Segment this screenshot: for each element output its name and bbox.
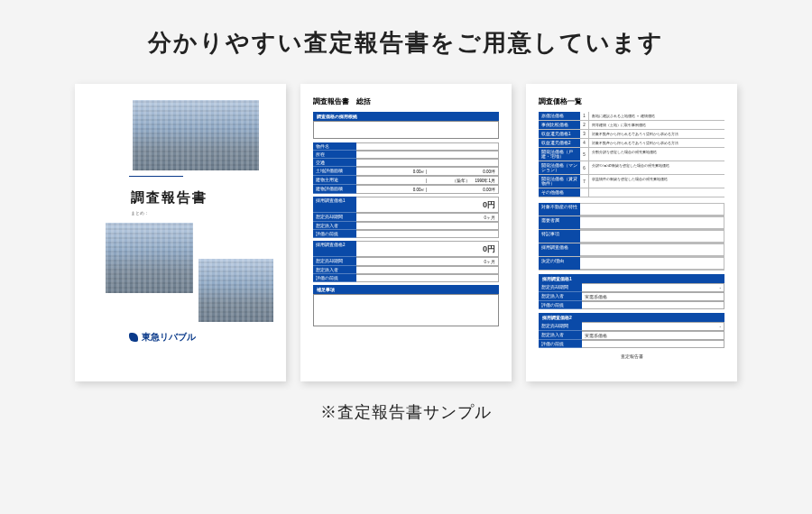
doc-price-list: 調査価格一覧 原価法価格1敷地に建設される上地価格 ＋ 建物価格 事例比較価格2… xyxy=(526,84,737,381)
sample-caption: ※査定報告書サンプル xyxy=(36,401,776,423)
page-heading: 分かりやすい査定報告書をご用意しています xyxy=(36,27,776,59)
doc1-title: 調査報告書 xyxy=(131,189,273,207)
doc3-footer: 査定報告書 xyxy=(539,353,724,359)
doc3-adopt2-head: 採用調査価格2 xyxy=(539,313,724,322)
doc2-title: 調査報告書 総括 xyxy=(313,96,499,106)
brand-icon xyxy=(129,333,138,342)
doc2-property-table: 物件名 所在 交通 土地評価面積0.00㎡0.00坪 建物主用途（築年） 199… xyxy=(313,142,499,194)
doc1-subtitle: まとめ： xyxy=(131,210,273,216)
doc2-notes-header: 補足事項 xyxy=(313,285,499,294)
doc3-adopt1-head: 採用調査価格1 xyxy=(539,274,724,283)
doc2-reason-box xyxy=(313,121,499,139)
brand-text: 東急リバブル xyxy=(142,331,196,344)
building-image-2 xyxy=(106,223,193,293)
doc3-title: 調査価格一覧 xyxy=(539,96,724,106)
building-image-3 xyxy=(198,259,274,322)
brand-logo: 東急リバブル xyxy=(129,331,273,344)
doc-summary: 調査報告書 総括 調査価格の採用根拠 物件名 所在 交通 土地評価面積0.00㎡… xyxy=(300,84,512,381)
doc2-section-header: 調査価格の採用根拠 xyxy=(313,112,499,121)
doc3-characteristics: 対象不動産の特性 需要者層 特記事項 採用調査価格 決定の理由 xyxy=(539,203,724,271)
doc2-price-block-2: 採用調査価格20円 想定売却期間0ヶ月 想定購入者 評価の前提 xyxy=(313,241,499,282)
document-previews: 調査報告書 まとめ： 東急リバブル 調査報告書 総括 調査価格の採用根拠 物件名… xyxy=(36,84,776,381)
doc3-method-table: 原価法価格1敷地に建設される上地価格 ＋ 建物価格 事例比較価格2同等建物（土地… xyxy=(539,112,724,197)
doc2-notes-box xyxy=(313,294,499,326)
doc-cover: 調査報告書 まとめ： 東急リバブル xyxy=(75,84,286,381)
doc2-price-block-1: 採用調査価格10円 想定売却期間0ヶ月 想定購入者 評価の前提 xyxy=(313,197,499,238)
building-image-1 xyxy=(133,100,259,170)
